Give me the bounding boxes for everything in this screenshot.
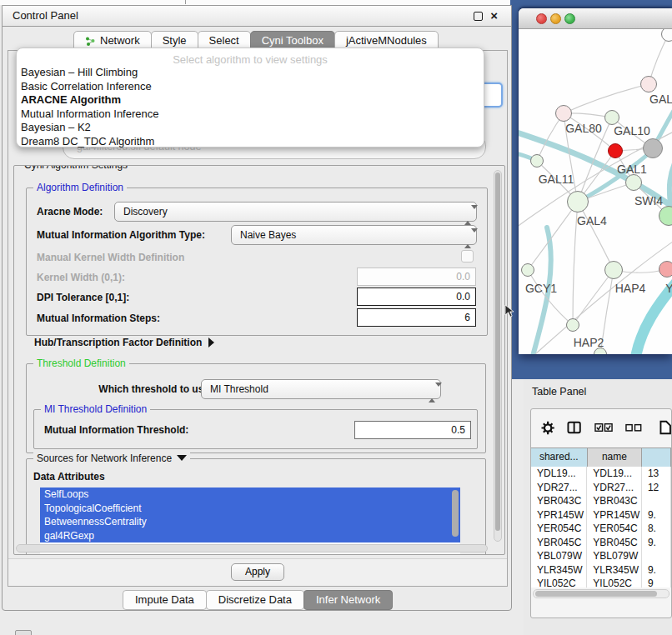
mi-threshold-label: Mutual Information Threshold: bbox=[44, 424, 188, 436]
mi-steps-field[interactable]: 6 bbox=[357, 308, 476, 327]
algorithm-definition-group: Algorithm Definition Aracne Mode: Discov… bbox=[26, 188, 488, 336]
control-panel-titlebar[interactable]: Control Panel × bbox=[3, 6, 511, 27]
table-row[interactable]: YIL052CYIL052C9 bbox=[531, 577, 671, 588]
settings-vertical-scrollbar[interactable] bbox=[494, 170, 502, 542]
table-row[interactable]: YBR043CYBR043C bbox=[531, 494, 671, 508]
node[interactable] bbox=[661, 29, 672, 42]
sources-title[interactable]: Sources for Network Inference bbox=[33, 452, 190, 464]
manual-kernel-width-checkbox[interactable] bbox=[461, 250, 474, 262]
table-rows[interactable]: YDL19...YDL19...13YDR27...YDR27...12YBR0… bbox=[531, 467, 671, 588]
mi-threshold-field[interactable]: 0.5 bbox=[354, 421, 471, 439]
node-gal4[interactable] bbox=[567, 191, 589, 212]
table-panel-body: shared...name YDL19...YDL19...13YDR27...… bbox=[530, 408, 672, 618]
attribute-item[interactable]: BetweennessCentrality bbox=[40, 515, 460, 529]
settings-scroll-thumb[interactable] bbox=[495, 172, 500, 531]
algorithm-definition-title: Algorithm Definition bbox=[33, 182, 127, 193]
table-row[interactable]: YER054CYER054C8. bbox=[531, 522, 671, 536]
attribute-item[interactable]: TopologicalCoefficient bbox=[40, 502, 460, 516]
sources-title-label: Sources for Network Inference bbox=[37, 452, 172, 464]
tab-infer-network[interactable]: Infer Network bbox=[303, 590, 393, 610]
sources-group: Sources for Network Inference Data Attri… bbox=[26, 458, 486, 555]
table-cell: YBR045C bbox=[587, 536, 642, 550]
node-hap4[interactable] bbox=[604, 261, 623, 279]
network-canvas[interactable]: GALGAL80GAL10GAL1GAL11GAL4SWI4GCY1HAP4YH… bbox=[519, 29, 672, 354]
table-cell: 9. bbox=[642, 563, 671, 578]
network-window[interactable]: GALGAL80GAL10GAL1GAL11GAL4SWI4GCY1HAP4YH… bbox=[519, 8, 672, 354]
float-window-icon[interactable] bbox=[474, 12, 483, 21]
mi-algorithm-type-select[interactable]: Naive Bayes bbox=[231, 225, 477, 245]
node[interactable] bbox=[643, 138, 663, 158]
close-traffic-light-icon[interactable] bbox=[536, 13, 547, 24]
aracne-mode-value: Discovery bbox=[123, 206, 168, 218]
screen: GALGAL80GAL10GAL1GAL11GAL4SWI4GCY1HAP4YH… bbox=[0, 0, 672, 635]
algorithm-option[interactable]: Basic Correlation Inference bbox=[17, 80, 484, 94]
columns-icon[interactable] bbox=[567, 421, 581, 434]
hub-definition-label: Hub/Transcription Factor Definition bbox=[34, 337, 202, 348]
table-header[interactable]: shared...name bbox=[531, 448, 671, 466]
node-y[interactable] bbox=[659, 261, 672, 278]
node-label-gal80: GAL80 bbox=[565, 122, 602, 135]
kernel-width-field[interactable]: 0.0 bbox=[357, 268, 476, 286]
tab-discretize-data[interactable]: Discretize Data bbox=[206, 590, 304, 610]
close-icon[interactable]: × bbox=[490, 6, 498, 26]
node-gal[interactable] bbox=[640, 76, 657, 92]
table-cell: 9. bbox=[642, 536, 671, 550]
dpi-tolerance-field[interactable]: 0.0 bbox=[357, 288, 476, 306]
gear-icon[interactable] bbox=[541, 421, 554, 435]
table-cell: 9 bbox=[642, 577, 671, 588]
table-cell: YER054C bbox=[531, 522, 587, 536]
node-label-y: Y bbox=[665, 282, 672, 295]
table-row[interactable]: YDL19...YDL19...13 bbox=[531, 467, 671, 481]
algorithm-option[interactable]: Bayesian – K2 bbox=[17, 121, 484, 135]
table-cell: YDL19... bbox=[531, 467, 587, 481]
node-gal11[interactable] bbox=[530, 154, 544, 168]
node[interactable] bbox=[608, 143, 623, 158]
table-row[interactable]: YBR045CYBR045C9. bbox=[531, 536, 671, 550]
table-row[interactable]: YBL079WYBL079W bbox=[531, 549, 671, 563]
attributes-scrollbar[interactable] bbox=[452, 490, 459, 537]
column-header[interactable]: shared... bbox=[531, 448, 588, 467]
algorithm-option[interactable]: Dream8 DC_TDC Algorithm bbox=[17, 135, 484, 149]
node-label-gal11: GAL11 bbox=[539, 172, 574, 186]
table-row[interactable]: YDR27...YDR27...12 bbox=[531, 481, 671, 495]
node-gal1[interactable] bbox=[625, 174, 642, 191]
mouse-cursor bbox=[504, 304, 516, 319]
checked-columns-icon[interactable] bbox=[594, 422, 613, 433]
network-window-titlebar[interactable] bbox=[519, 8, 672, 29]
settings-horizontal-scrollbar[interactable] bbox=[16, 544, 488, 552]
node-gal80[interactable] bbox=[555, 105, 572, 122]
table-horizontal-scrollbar[interactable] bbox=[533, 589, 669, 598]
tab-impute-data[interactable]: Impute Data bbox=[123, 590, 207, 610]
table-row[interactable]: YLR345WYLR345W9. bbox=[531, 563, 671, 578]
cyni-algorithm-settings-group: Cyni Algorithm Settings Algorithm Defini… bbox=[13, 165, 505, 555]
manual-kernel-width-label: Manual Kernel Width Definition bbox=[37, 252, 184, 263]
aracne-mode-select[interactable]: Discovery bbox=[114, 202, 477, 222]
column-header[interactable] bbox=[642, 448, 671, 467]
algorithm-option[interactable]: Bayesian – Hill Climbing bbox=[17, 66, 484, 80]
zoom-traffic-light-icon[interactable] bbox=[564, 13, 575, 24]
table-cell: YBL079W bbox=[531, 549, 587, 563]
hub-definition-toggle[interactable]: Hub/Transcription Factor Definition bbox=[34, 337, 214, 348]
column-header[interactable]: name bbox=[588, 448, 643, 467]
node-gcy1[interactable] bbox=[521, 263, 534, 277]
algorithm-option[interactable]: Mutual Information Inference bbox=[17, 108, 484, 122]
minimize-traffic-light-icon[interactable] bbox=[550, 13, 561, 24]
table-hscroll-thumb[interactable] bbox=[535, 591, 657, 597]
algorithm-option[interactable]: ARACNE Algorithm bbox=[17, 93, 484, 108]
which-threshold-select[interactable]: MI Threshold bbox=[201, 379, 441, 399]
table-cell: YIL052C bbox=[531, 577, 587, 588]
table-cell: YPR145W bbox=[531, 508, 587, 522]
node-label-gal4: GAL4 bbox=[577, 214, 607, 228]
attribute-item[interactable]: gal4RGexp bbox=[40, 529, 460, 543]
node-swi4[interactable] bbox=[659, 206, 672, 226]
table-row[interactable]: YPR145WYPR145W9. bbox=[531, 508, 671, 522]
page-icon[interactable] bbox=[659, 420, 671, 435]
node-gal10[interactable] bbox=[604, 110, 619, 125]
table-cell: YBR045C bbox=[531, 536, 587, 550]
node[interactable] bbox=[594, 348, 607, 354]
cut-button[interactable] bbox=[15, 630, 32, 635]
node-hap2[interactable] bbox=[566, 318, 579, 332]
attribute-item[interactable]: SelfLoops bbox=[40, 488, 460, 502]
apply-button[interactable]: Apply bbox=[231, 563, 284, 581]
unchecked-columns-icon[interactable] bbox=[625, 422, 642, 433]
